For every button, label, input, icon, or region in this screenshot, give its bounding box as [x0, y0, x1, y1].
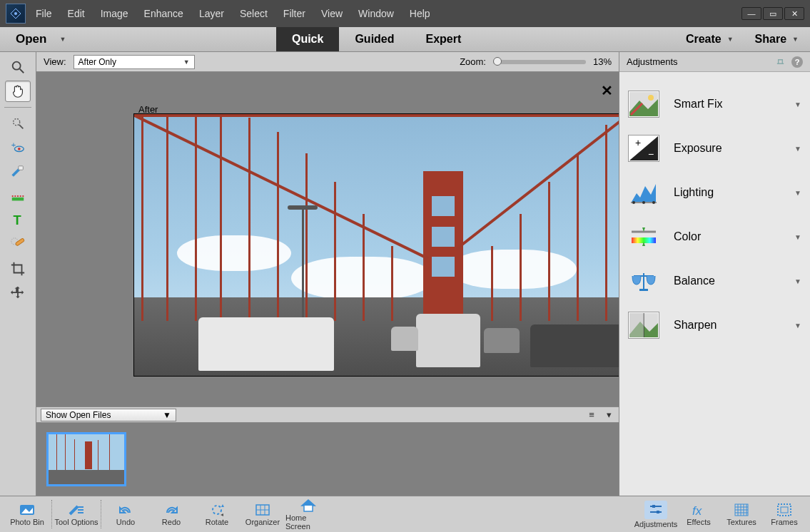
zoom-tool[interactable] — [5, 56, 31, 78]
svg-marker-54 — [302, 500, 315, 506]
bb-label: Home Screen — [285, 513, 331, 531]
adjustments-button[interactable]: Adjustments — [634, 497, 677, 531]
crop-tool[interactable] — [5, 258, 31, 280]
adjustment-balance[interactable]: Balance ▼ — [619, 259, 810, 303]
effects-button[interactable]: fx Effects — [677, 497, 720, 531]
tooloptions-button[interactable]: Tool Options — [54, 497, 99, 531]
panel-menu-icon[interactable]: ≡ — [586, 409, 597, 421]
menu-window[interactable]: Window — [358, 8, 394, 19]
share-button[interactable]: Share ▼ — [755, 33, 799, 46]
zoom-value: 13% — [593, 56, 612, 67]
maximize-button[interactable]: ▭ — [763, 7, 783, 20]
minimize-button[interactable]: — — [741, 7, 761, 20]
svg-point-2 — [13, 62, 21, 70]
svg-line-9 — [13, 169, 19, 175]
svg-rect-58 — [657, 511, 659, 513]
rotate-button[interactable]: Rotate — [194, 497, 240, 531]
adjustment-label: Exposure — [674, 142, 780, 155]
reset-icon[interactable] — [774, 56, 786, 68]
spot-heal-tool[interactable] — [5, 234, 31, 255]
create-button[interactable]: Create ▼ — [686, 33, 734, 46]
canvas[interactable] — [133, 113, 619, 377]
menu-edit[interactable]: Edit — [68, 8, 85, 19]
tab-expert[interactable]: Expert — [410, 27, 477, 51]
svg-rect-10 — [19, 166, 23, 170]
svg-line-5 — [19, 125, 24, 129]
redeye-tool[interactable]: + — [5, 137, 31, 158]
hand-tool[interactable] — [5, 81, 31, 102]
thumbnail[interactable] — [46, 432, 126, 486]
adjustment-smartfix[interactable]: Smart Fix ▼ — [619, 82, 810, 126]
redo-button[interactable]: Redo — [148, 497, 194, 531]
menu-help[interactable]: Help — [410, 8, 430, 19]
chevron-down-icon: ▼ — [794, 145, 801, 153]
collapse-icon[interactable]: ▾ — [603, 409, 614, 421]
bb-label: Undo — [116, 518, 135, 526]
open-button[interactable]: Open ▼ — [0, 27, 79, 51]
share-label: Share — [755, 33, 786, 46]
bb-label: Textures — [727, 518, 756, 526]
quick-select-tool[interactable] — [5, 113, 31, 134]
chevron-down-icon: ▼ — [727, 36, 734, 43]
menu-layer[interactable]: Layer — [199, 8, 224, 19]
undo-button[interactable]: Undo — [103, 497, 148, 531]
svg-rect-62 — [781, 507, 788, 513]
menu-image[interactable]: Image — [101, 8, 128, 19]
bb-label: Effects — [687, 518, 710, 526]
bb-label: Tool Options — [54, 518, 98, 526]
adjustment-exposure[interactable]: +− Exposure ▼ — [619, 126, 810, 170]
photobin-button[interactable]: Photo Bin — [4, 497, 50, 531]
chevron-down-icon: ▼ — [794, 101, 801, 108]
menu-select[interactable]: Select — [240, 8, 268, 19]
frames-button[interactable]: Frames — [763, 497, 806, 531]
bottom-action-bar: Photo Bin Tool Options Undo Redo Rotate … — [0, 496, 810, 532]
svg-marker-24 — [632, 184, 656, 202]
menu-filter[interactable]: Filter — [283, 8, 305, 19]
zoom-slider-thumb[interactable] — [493, 57, 502, 66]
homescreen-button[interactable]: Home Screen — [285, 497, 331, 531]
adjustments-panel: Adjustments ? Smart Fix ▼ +− Exposure ▼ … — [619, 52, 810, 496]
bb-label: Organizer — [245, 518, 280, 526]
svg-text:−: − — [648, 148, 654, 160]
organizer-button[interactable]: Organizer — [240, 497, 285, 531]
menu-file[interactable]: File — [36, 8, 52, 19]
adjustment-label: Balance — [674, 275, 780, 287]
zoom-label: Zoom: — [460, 56, 486, 67]
menu-view[interactable]: View — [321, 8, 343, 19]
view-dropdown-value: After Only — [79, 57, 116, 67]
create-label: Create — [686, 33, 722, 46]
whiten-teeth-tool[interactable] — [5, 161, 31, 183]
svg-line-42 — [70, 506, 78, 514]
adjustment-sharpen[interactable]: Sharpen ▼ — [619, 303, 810, 347]
chevron-down-icon: ▼ — [794, 233, 801, 241]
zoom-slider[interactable] — [493, 60, 586, 64]
straighten-tool[interactable] — [5, 185, 31, 207]
help-icon[interactable]: ? — [791, 56, 803, 68]
svg-text:T: T — [14, 213, 21, 227]
svg-point-8 — [18, 148, 21, 150]
menu-bar: File Edit Image Enhance Layer Select Fil… — [36, 8, 430, 19]
view-dropdown[interactable]: After Only ▼ — [74, 55, 195, 69]
open-files-dropdown[interactable]: Show Open Files ▼ — [41, 409, 176, 421]
svg-point-46 — [213, 506, 221, 514]
tab-quick[interactable]: Quick — [276, 27, 339, 51]
textures-button[interactable]: Textures — [720, 497, 763, 531]
adjustment-color[interactable]: Color ▼ — [619, 215, 810, 259]
bb-label: Rotate — [206, 518, 228, 526]
move-tool[interactable] — [5, 282, 31, 304]
type-tool[interactable]: T — [5, 210, 31, 231]
photo-bin — [36, 423, 619, 496]
svg-rect-61 — [778, 504, 791, 516]
close-button[interactable]: ✕ — [784, 7, 804, 20]
bb-label: Frames — [771, 518, 797, 526]
bb-label: Photo Bin — [10, 518, 44, 526]
adjustment-lighting[interactable]: Lighting ▼ — [619, 170, 810, 215]
close-document-icon[interactable]: ✕ — [601, 82, 613, 99]
bb-label: Redo — [162, 518, 181, 526]
tab-guided[interactable]: Guided — [339, 27, 410, 51]
svg-marker-47 — [221, 504, 224, 507]
app-icon — [6, 4, 26, 24]
bb-label: Adjustments — [634, 520, 678, 528]
svg-rect-11 — [12, 198, 24, 201]
menu-enhance[interactable]: Enhance — [144, 8, 183, 19]
